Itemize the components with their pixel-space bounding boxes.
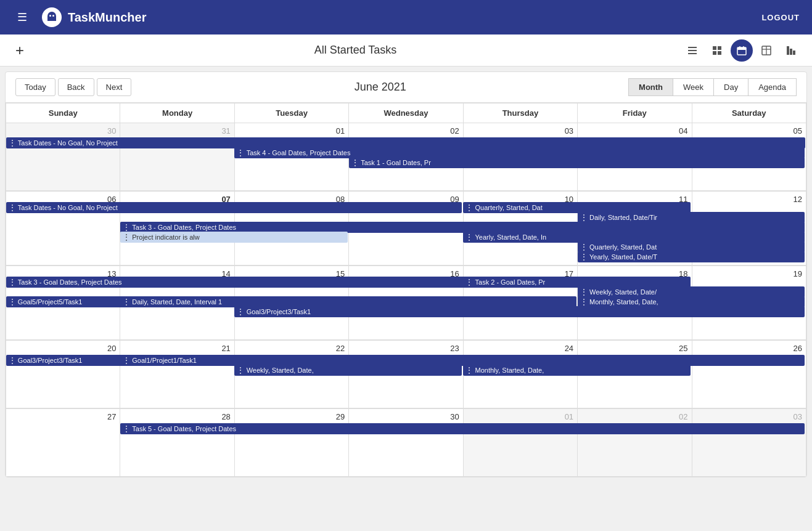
day-view-button[interactable]: Day bbox=[713, 78, 748, 96]
app-logo: TaskMuncher bbox=[42, 7, 146, 27]
calendar-icon bbox=[736, 45, 747, 56]
today-button[interactable]: Today bbox=[15, 78, 55, 96]
list-icon bbox=[687, 45, 698, 56]
calendar-grid: Sunday Monday Tuesday Wednesday Thursday… bbox=[6, 103, 806, 477]
day-number: 23 bbox=[350, 342, 461, 355]
calendar-week-5: 27 28 29 30 01 02 03 bbox=[6, 409, 806, 477]
calendar-controls: Today Back Next June 2021 Month Week Day… bbox=[6, 72, 806, 103]
day-number: 01 bbox=[465, 410, 576, 424]
navbar: ☰ TaskMuncher LOGOUT bbox=[0, 0, 812, 34]
svg-point-2 bbox=[49, 15, 51, 17]
day-number: 20 bbox=[7, 342, 118, 355]
event-yearly2-w2[interactable]: Yearly, Started, Date/T bbox=[578, 251, 805, 262]
calendar-week-5-events: Task 5 - Goal Dates, Project Dates bbox=[6, 477, 806, 477]
event-task5[interactable]: Task 5 - Goal Dates, Project Dates bbox=[120, 423, 805, 434]
event-weekly-w4[interactable]: Weekly, Started, Date, bbox=[234, 365, 462, 376]
month-view-button[interactable]: Month bbox=[628, 78, 673, 96]
event-task1-w1[interactable]: Task 1 - Goal Dates, Pr bbox=[349, 157, 805, 168]
event-goal3-w3[interactable]: Goal3/Project3/Task1 bbox=[234, 306, 805, 317]
day-number: 03 bbox=[694, 410, 805, 424]
day-cell[interactable]: 02 bbox=[578, 409, 692, 477]
list-view-button[interactable] bbox=[681, 39, 703, 62]
svg-rect-7 bbox=[713, 46, 716, 50]
day-number: 21 bbox=[121, 342, 232, 355]
back-button[interactable]: Back bbox=[58, 78, 94, 96]
header-wednesday: Wednesday bbox=[349, 103, 463, 123]
svg-rect-6 bbox=[688, 53, 697, 54]
week-view-button[interactable]: Week bbox=[673, 78, 714, 96]
day-number: 26 bbox=[694, 342, 805, 355]
logout-button[interactable]: LOGOUT bbox=[761, 13, 800, 22]
svg-rect-18 bbox=[787, 46, 789, 55]
view-switcher bbox=[681, 39, 802, 62]
day-cell[interactable]: 21 bbox=[120, 341, 234, 408]
header-friday: Friday bbox=[578, 103, 692, 123]
day-number: 12 bbox=[694, 193, 805, 206]
day-cell[interactable]: 28 bbox=[120, 409, 234, 477]
day-cell[interactable]: 29 bbox=[234, 409, 348, 477]
svg-rect-20 bbox=[793, 51, 795, 55]
svg-rect-12 bbox=[737, 47, 746, 50]
day-cell[interactable]: 27 bbox=[6, 409, 120, 477]
logo-icon bbox=[42, 7, 62, 27]
svg-rect-4 bbox=[688, 47, 697, 48]
day-number: 29 bbox=[236, 410, 347, 424]
hamburger-menu-button[interactable]: ☰ bbox=[12, 7, 32, 27]
next-button[interactable]: Next bbox=[97, 78, 132, 96]
day-number: 28 bbox=[121, 410, 232, 424]
header-sunday: Sunday bbox=[6, 103, 120, 123]
header-saturday: Saturday bbox=[692, 103, 806, 123]
day-cell[interactable]: 30 bbox=[349, 409, 463, 477]
svg-rect-8 bbox=[718, 46, 721, 50]
svg-point-3 bbox=[52, 15, 54, 17]
grid-view-button[interactable] bbox=[706, 39, 728, 62]
day-cell[interactable]: 31 bbox=[120, 123, 234, 191]
calendar-container: Today Back Next June 2021 Month Week Day… bbox=[5, 71, 807, 477]
navbar-left: ☰ TaskMuncher bbox=[12, 7, 146, 27]
header-tuesday: Tuesday bbox=[234, 103, 348, 123]
day-cell[interactable]: 03 bbox=[692, 409, 806, 477]
day-number: 02 bbox=[350, 124, 461, 138]
day-number: 02 bbox=[579, 410, 690, 424]
toolbar: + All Started Tasks bbox=[0, 34, 812, 67]
header-monday: Monday bbox=[120, 103, 234, 123]
day-cell[interactable]: 30 bbox=[6, 123, 120, 191]
day-number: 27 bbox=[7, 410, 118, 424]
app-name: TaskMuncher bbox=[68, 10, 146, 25]
svg-rect-9 bbox=[713, 51, 716, 55]
calendar-navigation: Today Back Next bbox=[15, 78, 131, 96]
chart-icon bbox=[785, 45, 797, 56]
day-number: 31 bbox=[121, 124, 232, 138]
agenda-view-button[interactable]: Agenda bbox=[748, 78, 797, 96]
day-number: 22 bbox=[236, 342, 347, 355]
page-title: All Started Tasks bbox=[314, 44, 397, 57]
svg-rect-10 bbox=[718, 51, 721, 55]
event-monthly-w4[interactable]: Monthly, Started, Date, bbox=[463, 365, 691, 376]
event-task-dates-w2[interactable]: Task Dates - No Goal, No Project bbox=[6, 202, 462, 213]
day-cell[interactable]: 01 bbox=[463, 409, 577, 477]
event-project-indicator[interactable]: Project indicator is alw bbox=[120, 232, 348, 243]
grid-icon bbox=[712, 45, 723, 56]
day-number: 30 bbox=[7, 124, 118, 138]
day-number: 04 bbox=[579, 124, 690, 138]
calendar-view-buttons: Month Week Day Agenda bbox=[629, 78, 797, 96]
day-number: 25 bbox=[579, 342, 690, 355]
day-cell[interactable]: 20 bbox=[6, 341, 120, 408]
add-task-button[interactable]: + bbox=[10, 41, 30, 60]
day-number: 19 bbox=[694, 267, 805, 281]
day-number: 01 bbox=[236, 124, 347, 138]
chart-view-button[interactable] bbox=[780, 39, 802, 62]
day-cell[interactable]: 26 bbox=[692, 341, 806, 408]
calendar-title: June 2021 bbox=[355, 81, 406, 94]
day-number: 30 bbox=[350, 410, 461, 424]
event-goal1-w4[interactable]: Goal1/Project1/Task1 bbox=[120, 355, 805, 366]
calendar-view-button[interactable] bbox=[731, 39, 753, 62]
day-number: 05 bbox=[694, 124, 805, 138]
table-view-button[interactable] bbox=[755, 39, 777, 62]
svg-rect-5 bbox=[688, 50, 697, 51]
header-thursday: Thursday bbox=[463, 103, 577, 123]
svg-rect-19 bbox=[790, 49, 792, 55]
day-number: 24 bbox=[465, 342, 576, 355]
day-number: 03 bbox=[465, 124, 576, 138]
table-icon bbox=[761, 45, 772, 56]
